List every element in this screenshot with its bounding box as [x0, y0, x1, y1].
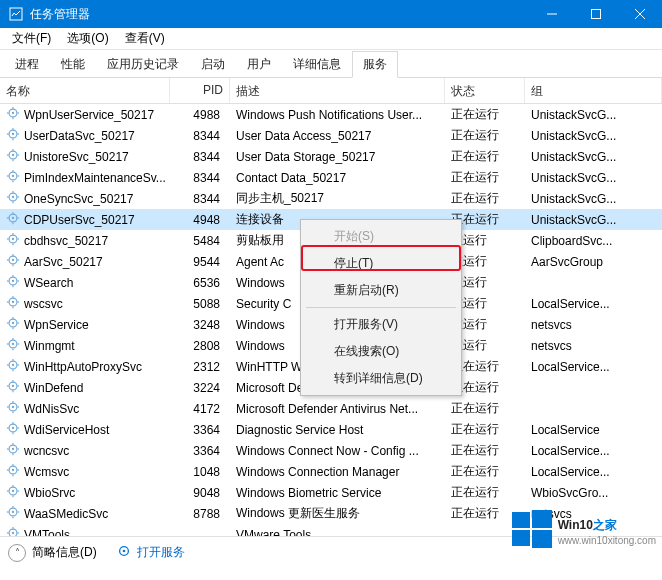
menu-file[interactable]: 文件(F) — [4, 28, 59, 49]
svg-point-117 — [12, 511, 14, 513]
svc-group: UnistackSvcG... — [525, 129, 662, 143]
svc-desc: User Data Storage_50217 — [230, 150, 445, 164]
svc-name: WSearch — [24, 276, 73, 290]
table-row[interactable]: UserDataSvc_502178344User Data Access_50… — [0, 125, 662, 146]
svc-group: LocalService... — [525, 444, 662, 458]
svg-point-39 — [12, 238, 14, 240]
svg-point-129 — [122, 550, 125, 553]
svg-point-63 — [12, 322, 14, 324]
table-row[interactable]: Wcmsvc1048Windows Connection Manager正在运行… — [0, 461, 662, 482]
table-row[interactable]: WdiServiceHost3364Diagnostic Service Hos… — [0, 419, 662, 440]
svc-desc: Diagnostic Service Host — [230, 423, 445, 437]
svc-name: WaaSMedicSvc — [24, 507, 108, 521]
service-icon — [6, 190, 20, 207]
service-icon — [6, 442, 20, 459]
svg-point-81 — [12, 385, 14, 387]
tab-2[interactable]: 应用历史记录 — [96, 51, 190, 78]
svc-name: WpnUserService_50217 — [24, 108, 154, 122]
svc-name: wcncsvc — [24, 444, 69, 458]
svc-group: LocalService... — [525, 465, 662, 479]
svc-group: netsvcs — [525, 318, 662, 332]
col-status[interactable]: 状态 — [445, 78, 525, 103]
svg-point-57 — [12, 301, 14, 303]
svc-name: wscsvc — [24, 297, 63, 311]
svc-name: WinHttpAutoProxySvc — [24, 360, 142, 374]
tab-5[interactable]: 详细信息 — [282, 51, 352, 78]
table-row[interactable]: wcncsvc3364Windows Connect Now - Config … — [0, 440, 662, 461]
tab-0[interactable]: 进程 — [4, 51, 50, 78]
tab-4[interactable]: 用户 — [236, 51, 282, 78]
svc-desc: Windows Connection Manager — [230, 465, 445, 479]
table-row[interactable]: WpnUserService_502174988Windows Push Not… — [0, 104, 662, 125]
ctx-open-services[interactable]: 打开服务(V) — [304, 311, 458, 338]
ctx-search-online[interactable]: 在线搜索(O) — [304, 338, 458, 365]
service-icon — [6, 358, 20, 375]
context-menu: 开始(S) 停止(T) 重新启动(R) 打开服务(V) 在线搜索(O) 转到详细… — [300, 219, 462, 396]
service-icon — [6, 316, 20, 333]
svc-name: CDPUserSvc_50217 — [24, 213, 135, 227]
svc-pid: 9544 — [170, 255, 230, 269]
fewer-details-link[interactable]: 简略信息(D) — [32, 544, 97, 561]
tab-6[interactable]: 服务 — [352, 51, 398, 78]
service-icon — [6, 421, 20, 438]
svc-desc: Windows 更新医生服务 — [230, 505, 445, 522]
service-icon — [6, 127, 20, 144]
ctx-goto-details[interactable]: 转到详细信息(D) — [304, 365, 458, 392]
ctx-stop[interactable]: 停止(T) — [304, 250, 458, 277]
svc-name: VMTools — [24, 528, 70, 537]
svc-name: OneSyncSvc_50217 — [24, 192, 133, 206]
table-row[interactable]: PimIndexMaintenanceSv...8344Contact Data… — [0, 167, 662, 188]
svg-point-93 — [12, 427, 14, 429]
col-desc[interactable]: 描述 — [230, 78, 445, 103]
svc-group: UnistackSvcG... — [525, 213, 662, 227]
open-services-link[interactable]: 打开服务 — [137, 544, 185, 561]
menu-view[interactable]: 查看(V) — [117, 28, 173, 49]
svg-point-15 — [12, 154, 14, 156]
svc-status: 正在运行 — [445, 106, 525, 123]
svc-name: WinDefend — [24, 381, 83, 395]
svg-rect-1 — [592, 10, 601, 19]
svc-name: WdNisSvc — [24, 402, 79, 416]
svc-desc: Microsoft Defender Antivirus Net... — [230, 402, 445, 416]
tabbar: 进程性能应用历史记录启动用户详细信息服务 — [0, 50, 662, 78]
chevron-up-icon[interactable]: ˄ — [8, 544, 26, 562]
tab-1[interactable]: 性能 — [50, 51, 96, 78]
svc-desc: Contact Data_50217 — [230, 171, 445, 185]
service-icon — [6, 379, 20, 396]
svc-pid: 4988 — [170, 108, 230, 122]
close-button[interactable] — [618, 0, 662, 28]
svc-group: UnistackSvcG... — [525, 171, 662, 185]
svc-pid: 2312 — [170, 360, 230, 374]
svc-group: AarSvcGroup — [525, 255, 662, 269]
svc-status: 正在运行 — [445, 169, 525, 186]
col-pid[interactable]: PID — [170, 78, 230, 103]
col-group[interactable]: 组 — [525, 78, 662, 103]
table-row[interactable]: WdNisSvc4172Microsoft Defender Antivirus… — [0, 398, 662, 419]
svc-pid: 1048 — [170, 465, 230, 479]
svc-pid: 4172 — [170, 402, 230, 416]
maximize-button[interactable] — [574, 0, 618, 28]
table-row[interactable]: OneSyncSvc_502178344同步主机_50217正在运行Unista… — [0, 188, 662, 209]
service-icon — [6, 484, 20, 501]
table-row[interactable]: UnistoreSvc_502178344User Data Storage_5… — [0, 146, 662, 167]
svc-group: netsvcs — [525, 339, 662, 353]
col-name[interactable]: 名称 — [0, 78, 170, 103]
svc-name: AarSvc_50217 — [24, 255, 103, 269]
menu-options[interactable]: 选项(O) — [59, 28, 116, 49]
watermark: Win10之家 www.win10xitong.com — [510, 506, 656, 550]
ctx-restart[interactable]: 重新启动(R) — [304, 277, 458, 304]
minimize-button[interactable] — [530, 0, 574, 28]
svg-point-99 — [12, 448, 14, 450]
taskmgr-icon — [8, 6, 24, 22]
svc-group: ClipboardSvc... — [525, 234, 662, 248]
tab-3[interactable]: 启动 — [190, 51, 236, 78]
svc-name: UnistoreSvc_50217 — [24, 150, 129, 164]
svc-desc: Windows Biometric Service — [230, 486, 445, 500]
svc-pid: 3224 — [170, 381, 230, 395]
svg-point-87 — [12, 406, 14, 408]
windows-logo-icon — [510, 506, 554, 550]
table-row[interactable]: WbioSrvc9048Windows Biometric Service正在运… — [0, 482, 662, 503]
svc-desc: Windows Push Notifications User... — [230, 108, 445, 122]
svc-pid: 4948 — [170, 213, 230, 227]
column-headers: 名称 PID 描述 状态 组 — [0, 78, 662, 104]
